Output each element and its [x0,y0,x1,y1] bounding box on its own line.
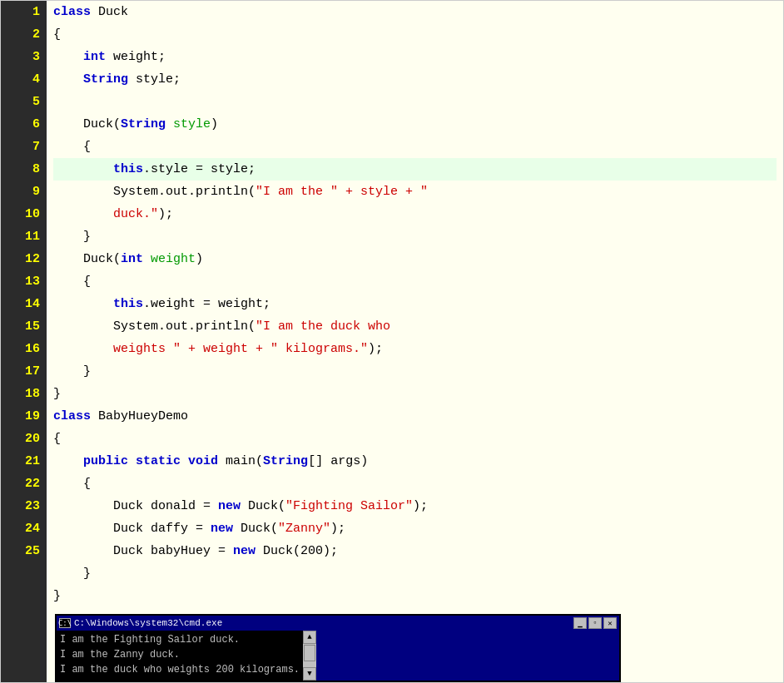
line-num-15: 15 [7,315,40,338]
cmd-titlebar: C:\ C:\Windows\system32\cmd.exe ▁ ▫ ✕ [57,616,619,631]
cmd-output-line-2: I am the Zanny duck. [60,647,300,662]
close-icon: ✕ [608,619,612,628]
code-line-9b: duck."); [53,203,777,225]
line-num-3: 3 [7,46,40,68]
line-num-24: 24 [7,517,40,540]
code-line-7: { [53,136,777,158]
line-num-20: 20 [7,428,40,450]
cmd-scrollbar-track[interactable]: ▲ ▼ [303,631,316,681]
line-num-11: 11 [7,225,40,248]
line-num-18: 18 [7,383,40,405]
line-num-7: 7 [7,136,40,158]
line-num-25: 25 [7,540,40,562]
code-line-13: this.weight = weight; [53,293,777,315]
code-line-19: public static void main(String[] args) [53,450,777,473]
cmd-close-button[interactable]: ✕ [603,617,617,629]
cmd-icon: C:\ [59,618,71,628]
line-num-17: 17 [7,360,40,383]
cmd-minimize-button[interactable]: ▁ [573,617,587,629]
code-line-1: class Duck [53,1,777,23]
code-line-5 [53,91,777,113]
code-line-24: } [53,562,777,585]
code-line-23: Duck babyHuey = new Duck(200); [53,540,777,562]
cmd-output-line-3: I am the duck who weights 200 kilograms. [60,662,300,677]
cmd-body: I am the Fighting Sailor duck. I am the … [57,631,303,681]
code-line-20: { [53,473,777,495]
line-num-16: 16 [7,338,40,360]
code-line-14b: weights " + weight + " kilograms."); [53,338,777,360]
cmd-restore-button[interactable]: ▫ [588,617,602,629]
line-num-6: 6 [7,113,40,136]
cmd-scrollbar-area: I am the Fighting Sailor duck. I am the … [57,631,619,681]
code-line-4: String style; [53,68,777,91]
cmd-title-text: C:\Windows\system32\cmd.exe [74,618,222,628]
cmd-titlebar-left: C:\ C:\Windows\system32\cmd.exe [59,618,222,628]
line-num-4: 4 [7,68,40,91]
line-numbers: 1 2 3 4 5 6 7 8 9 10 11 12 13 14 15 16 1… [1,1,47,682]
cmd-scroll-thumb[interactable] [304,645,315,661]
code-line-6: Duck(String style) [53,113,777,136]
code-line-16: } [53,383,777,405]
line-num-22: 22 [7,473,40,495]
code-line-11: Duck(int weight) [53,248,777,270]
line-num-19: 19 [7,405,40,428]
line-num-10: 10 [7,203,40,225]
editor-container: 1 2 3 4 5 6 7 8 9 10 11 12 13 14 15 16 1… [0,0,784,683]
cmd-output-line-1: I am the Fighting Sailor duck. [60,632,300,647]
code-line-25: } [53,585,777,607]
code-line-3: int weight; [53,46,777,68]
code-line-21: Duck donald = new Duck("Fighting Sailor"… [53,495,777,517]
cmd-controls: ▁ ▫ ✕ [573,617,617,629]
code-line-18: { [53,428,777,450]
code-line-22: Duck daffy = new Duck("Zanny"); [53,517,777,540]
code-area: 1 2 3 4 5 6 7 8 9 10 11 12 13 14 15 16 1… [1,1,783,682]
line-num-8: 8 [7,158,40,181]
minimize-icon: ▁ [578,619,582,628]
code-line-9: System.out.println("I am the " + style +… [53,181,777,203]
code-line-2: { [53,23,777,46]
code-content[interactable]: class Duck { int weight; String style; D… [47,1,783,682]
line-num-9: 9 [7,181,40,203]
cmd-scroll-up-button[interactable]: ▲ [303,631,316,644]
line-num-23: 23 [7,495,40,517]
line-num-5: 5 [7,91,40,113]
line-num-12: 12 [7,248,40,270]
code-line-14: System.out.println("I am the duck who [53,315,777,338]
cmd-scroll-down-button[interactable]: ▼ [303,667,316,681]
line-num-21: 21 [7,450,40,473]
code-line-10: } [53,225,777,248]
line-num-14: 14 [7,293,40,315]
code-line-15: } [53,360,777,383]
cmd-window[interactable]: C:\ C:\Windows\system32\cmd.exe ▁ ▫ ✕ I … [55,614,621,682]
line-num-1: 1 [7,1,40,23]
code-line-17: class BabyHueyDemo [53,405,777,428]
code-line-8: this.style = style; [53,158,777,181]
line-num-13: 13 [7,270,40,293]
line-num-2: 2 [7,23,40,46]
restore-icon: ▫ [593,619,597,627]
code-line-12: { [53,270,777,293]
